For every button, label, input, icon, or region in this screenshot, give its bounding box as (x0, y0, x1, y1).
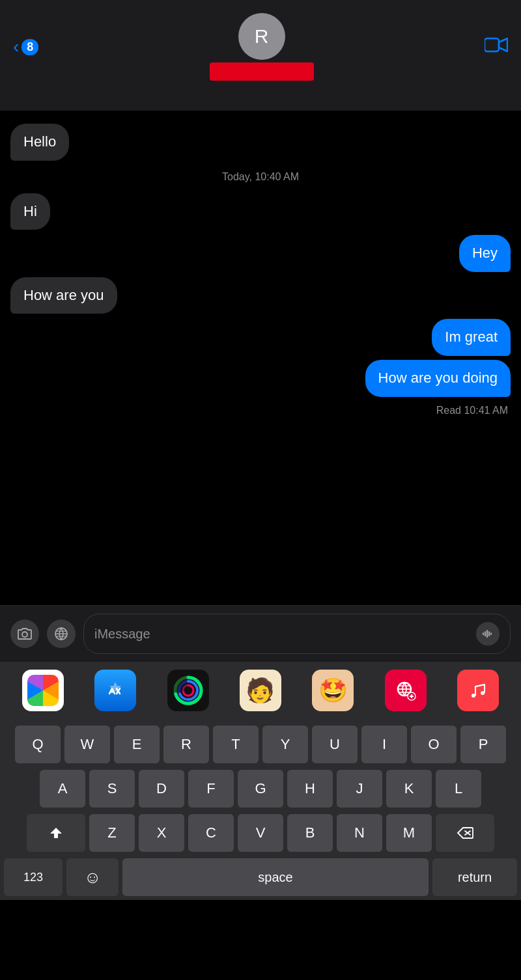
key-a[interactable]: A (40, 770, 85, 808)
keyboard-row-2: A S D F G H J K L (4, 770, 517, 808)
key-f[interactable]: F (188, 770, 234, 808)
key-u[interactable]: U (312, 726, 358, 763)
read-receipt: Read 10:41 AM (10, 405, 511, 416)
svg-rect-0 (485, 38, 499, 51)
svg-rect-8 (488, 631, 490, 636)
message-bubble-sent[interactable]: Hey (459, 235, 511, 272)
shift-key[interactable] (27, 814, 85, 852)
key-l[interactable]: L (436, 770, 481, 808)
avatar: R (238, 13, 285, 60)
return-key[interactable]: return (432, 858, 517, 896)
key-n[interactable]: N (337, 814, 382, 852)
contact-info[interactable]: R (210, 13, 314, 81)
svg-point-1 (22, 632, 27, 637)
key-e[interactable]: E (114, 726, 160, 763)
key-x[interactable]: X (139, 814, 184, 852)
memoji2-app-icon[interactable]: 🤩 (312, 670, 354, 711)
memoji1-app-icon[interactable]: 🧑 (240, 670, 281, 711)
photos-app-icon[interactable] (22, 670, 64, 711)
keyboard-row-4: 123 ☺ space return (4, 858, 517, 896)
svg-line-23 (475, 685, 485, 687)
message-bubble-sent[interactable]: How are you doing (365, 360, 511, 397)
message-bubble-received[interactable]: Hello (10, 124, 69, 161)
apps-button[interactable] (47, 619, 76, 648)
music-app-icon[interactable] (457, 670, 499, 711)
app-row: 🧑 🤩 (0, 662, 521, 719)
message-placeholder: iMessage (94, 627, 150, 642)
message-input[interactable]: iMessage (83, 614, 511, 654)
key-v[interactable]: V (238, 814, 283, 852)
keyboard-row-1: Q W E R T Y U I O P (4, 726, 517, 763)
message-bubble-received[interactable]: Hi (10, 193, 50, 230)
key-s[interactable]: S (89, 770, 135, 808)
space-key[interactable]: space (122, 858, 429, 896)
key-m[interactable]: M (386, 814, 432, 852)
worldsearch-app-icon[interactable] (385, 670, 427, 711)
svg-rect-9 (490, 633, 492, 635)
camera-button[interactable] (10, 619, 39, 648)
key-p[interactable]: P (460, 726, 506, 763)
message-bubble-received[interactable]: How are you (10, 277, 117, 314)
key-d[interactable]: D (139, 770, 184, 808)
keyboard-row-3: Z X C V B N M (4, 814, 517, 852)
key-i[interactable]: I (361, 726, 407, 763)
key-h[interactable]: H (287, 770, 333, 808)
svg-rect-7 (486, 630, 488, 638)
svg-rect-6 (485, 631, 486, 636)
key-r[interactable]: R (163, 726, 209, 763)
key-y[interactable]: Y (262, 726, 308, 763)
message-bubble-sent[interactable]: Im great (432, 319, 511, 356)
back-button[interactable]: ‹ 8 (13, 36, 38, 57)
emoji-key[interactable]: ☺ (66, 858, 119, 896)
timestamp: Today, 10:40 AM (10, 171, 511, 183)
back-badge: 8 (21, 39, 38, 55)
keyboard: Q W E R T Y U I O P A S D F G H J K L Z … (0, 719, 521, 900)
chevron-left-icon: ‹ (13, 36, 19, 57)
video-call-button[interactable] (485, 36, 508, 59)
key-b[interactable]: B (287, 814, 333, 852)
key-w[interactable]: W (64, 726, 110, 763)
fitness-app-icon[interactable] (167, 670, 209, 711)
key-c[interactable]: C (188, 814, 234, 852)
key-k[interactable]: K (386, 770, 432, 808)
svg-rect-5 (483, 633, 484, 635)
key-j[interactable]: J (337, 770, 382, 808)
messages-area: Hello Today, 10:40 AM Hi Hey How are you… (0, 111, 521, 605)
key-q[interactable]: Q (15, 726, 61, 763)
input-area: iMessage (0, 605, 521, 662)
key-o[interactable]: O (411, 726, 457, 763)
header: ‹ 8 R (0, 0, 521, 111)
contact-name-bar (210, 62, 314, 81)
key-z[interactable]: Z (89, 814, 135, 852)
audio-button[interactable] (476, 622, 500, 646)
appstore-app-icon[interactable] (94, 670, 136, 711)
key-t[interactable]: T (213, 726, 259, 763)
delete-key[interactable] (436, 814, 494, 852)
numbers-key[interactable]: 123 (4, 858, 63, 896)
key-g[interactable]: G (238, 770, 283, 808)
